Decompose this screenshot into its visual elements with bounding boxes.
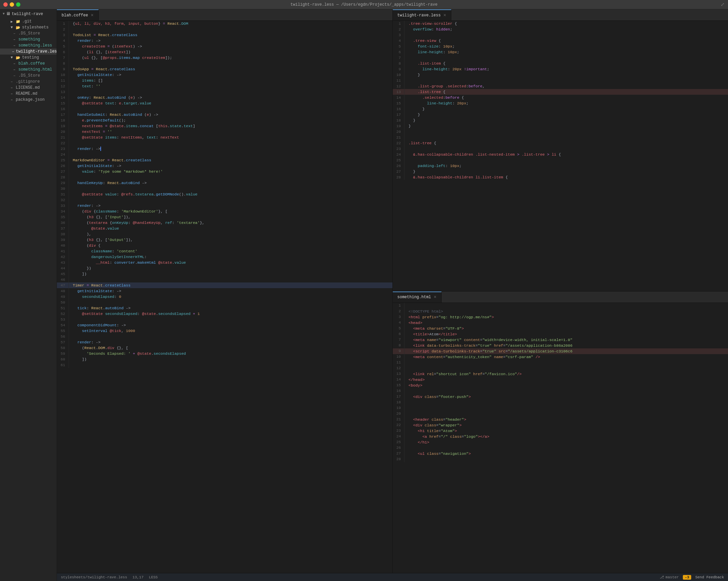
close-tab-something-html[interactable]: × xyxy=(434,295,436,300)
sidebar-item-twilight-rave-less[interactable]: – twilight-rave.less xyxy=(0,49,56,54)
send-feedback-link[interactable]: Send Feedback xyxy=(695,575,724,579)
tab-label-twilight-rave-less: twilight-rave.less xyxy=(397,13,441,18)
sidebar-label-something: something xyxy=(18,37,40,42)
code-table-right-top: 1.tree-view-scroller { 2 overflow: hidde… xyxy=(393,21,728,180)
close-tab-blah-coffee[interactable]: × xyxy=(91,13,93,18)
sidebar-item-something[interactable]: – something xyxy=(0,36,56,43)
sidebar-item-gitignore[interactable]: – .gitignore xyxy=(0,79,56,85)
git-branch-icon: ⎇ xyxy=(660,575,664,579)
table-row: 13 <link rel="shortcut icon" href="/favi… xyxy=(393,371,728,377)
code-table-right-bottom: 1 2<!DOCTYPE html> 3<html prefix="og: ht… xyxy=(393,303,728,462)
maximize-window-button[interactable] xyxy=(16,2,20,7)
close-window-button[interactable] xyxy=(3,2,8,7)
sidebar-item-testing[interactable]: ▼ 📂 testing xyxy=(0,54,56,60)
table-row: 21 <header class="header"> xyxy=(393,417,728,422)
table-row: 14</head> xyxy=(393,377,728,382)
right-bottom-editor-body[interactable]: 1 2<!DOCTYPE html> 3<html prefix="og: ht… xyxy=(393,303,728,573)
minimize-window-button[interactable] xyxy=(10,2,14,7)
sidebar-item-readme[interactable]: – README.md xyxy=(0,91,56,97)
table-row: 42 dangerouslySetInnerHTML: xyxy=(57,254,392,260)
sidebar-label-license: LICENSE.md xyxy=(16,85,40,90)
table-row: 7 xyxy=(393,55,728,60)
table-row: 59 'Seconds Elapsed: ' + @state.secondsE… xyxy=(57,351,392,356)
expand-icon[interactable]: ⤢ xyxy=(721,2,725,7)
table-row: 38 ), xyxy=(57,231,392,237)
app-container: ▼ 🖥 twilight-rave ▶ 📁 .git ▼ 📂 styleshee… xyxy=(0,9,728,581)
table-row: 19 xyxy=(393,405,728,411)
sidebar-label-git: .git xyxy=(22,19,32,24)
table-row: 18 e.preventDefault(); xyxy=(57,118,392,123)
sidebar-item-something-less[interactable]: – something.less xyxy=(0,43,56,49)
statusbar: stylesheets/twilight-rave.less 13,17 LES… xyxy=(57,573,728,581)
sidebar-item-blah-coffee[interactable]: – blah.coffee xyxy=(0,60,56,67)
table-row: 2 xyxy=(57,26,392,32)
table-row: 5 font-size: 10px; xyxy=(393,44,728,49)
folder-icon: 📁 xyxy=(16,19,20,24)
table-row: 23 render: -> xyxy=(57,146,392,152)
table-row: 20 xyxy=(393,411,728,417)
table-row: 1{ul, li, div, h3, form, input, button} … xyxy=(57,21,392,26)
right-top-editor-body[interactable]: 1.tree-view-scroller { 2 overflow: hidde… xyxy=(393,21,728,291)
file-icon: – xyxy=(12,44,17,48)
table-row: 29 handleKeyUp: React.autoBind -> xyxy=(57,180,392,186)
table-row: 16 xyxy=(393,388,728,394)
table-row: 5 <meta charset="UTF-8"> xyxy=(393,326,728,331)
file-icon: – xyxy=(12,74,17,78)
close-tab-twilight-rave-less[interactable]: × xyxy=(443,13,446,18)
sidebar-item-stylesheets[interactable]: ▼ 📂 stylesheets xyxy=(0,24,56,30)
table-row: 28 xyxy=(57,174,392,180)
titlebar: twilight-rave.less — /Users/egdn/Project… xyxy=(0,0,728,9)
table-row: 10 getInitialState: -> xyxy=(57,72,392,78)
table-row: 8 .list-item { xyxy=(393,60,728,66)
table-row: 4<head> xyxy=(393,320,728,326)
left-editor-body[interactable]: 1{ul, li, div, h3, form, input, button} … xyxy=(57,21,392,573)
table-row: 25 xyxy=(393,157,728,163)
table-row: 24 &.has-collapsable-children .list-nest… xyxy=(393,152,728,157)
tab-blah-coffee[interactable]: blah.coffee × xyxy=(57,9,99,20)
table-row: 27 } xyxy=(393,169,728,174)
sidebar-root-header[interactable]: ▼ 🖥 twilight-rave xyxy=(0,9,56,18)
tab-something-html[interactable]: something.html × xyxy=(393,292,442,303)
table-row: 4 render: -> xyxy=(57,38,392,44)
sidebar-item-git[interactable]: ▶ 📁 .git xyxy=(0,18,56,24)
table-row: 17 handleSubmit: React.autoBind (e) -> xyxy=(57,112,392,118)
table-row: 18 } xyxy=(393,118,728,123)
table-row: 61 xyxy=(57,362,392,368)
sidebar-item-something-html[interactable]: – something.html xyxy=(0,67,56,73)
table-row: 17 <div class="footer-push"> xyxy=(393,394,728,400)
sidebar-label-testing: testing xyxy=(22,55,39,60)
sidebar-item-ds-store2[interactable]: – .DS_Store xyxy=(0,73,56,79)
table-row: 18 xyxy=(393,400,728,405)
table-row: 44 }) xyxy=(57,266,392,271)
table-row: 28 &.has-collapsable-children li.list-it… xyxy=(393,174,728,180)
sidebar-item-package[interactable]: – package.json xyxy=(0,97,56,103)
file-icon: – xyxy=(9,80,14,84)
right-top-tab-bar: twilight-rave.less × xyxy=(393,9,728,21)
tab-twilight-rave-less[interactable]: twilight-rave.less × xyxy=(393,9,451,20)
sidebar-item-license[interactable]: – LICENSE.md xyxy=(0,85,56,91)
chevron-down-icon: ▼ xyxy=(3,12,5,16)
sidebar: ▼ 🖥 twilight-rave ▶ 📁 .git ▼ 📂 styleshee… xyxy=(0,9,57,581)
table-row: 1.tree-view-scroller { xyxy=(393,21,728,26)
right-editor-pane: twilight-rave.less × 1.tree-view-scrolle… xyxy=(393,9,728,573)
table-row: 13 xyxy=(57,89,392,95)
table-row: 32 xyxy=(57,197,392,203)
table-row: 6 line-height: 10px; xyxy=(393,49,728,55)
table-row: 34 (div {className: 'MarkdownEditor'}, [ xyxy=(57,208,392,214)
table-row: 15<body> xyxy=(393,382,728,388)
content-area: blah.coffee × 1{ul, li, div, h3, form, i… xyxy=(57,9,728,581)
table-row: 55 setInterval @tick, 1000 xyxy=(57,328,392,334)
table-row: 26 getInitialState: -> xyxy=(57,163,392,169)
right-bottom-tab-bar: something.html × xyxy=(393,292,728,303)
table-row: 41 className: 'content' xyxy=(57,248,392,254)
table-row: 35 (h3 {}, ['Input']), xyxy=(57,214,392,220)
table-row: 16 xyxy=(57,106,392,112)
status-right: ⎇ master -3 Send Feedback xyxy=(660,575,724,580)
table-row: 56 xyxy=(57,334,392,339)
root-folder-icon: 🖥 xyxy=(6,11,10,17)
table-row: 22 <div class="wrapper"> xyxy=(393,422,728,428)
table-row: 4 .tree-view { xyxy=(393,38,728,44)
file-icon: – xyxy=(12,61,17,66)
table-row: 26 xyxy=(393,445,728,451)
sidebar-item-ds-store1[interactable]: – .DS_Store xyxy=(0,30,56,36)
